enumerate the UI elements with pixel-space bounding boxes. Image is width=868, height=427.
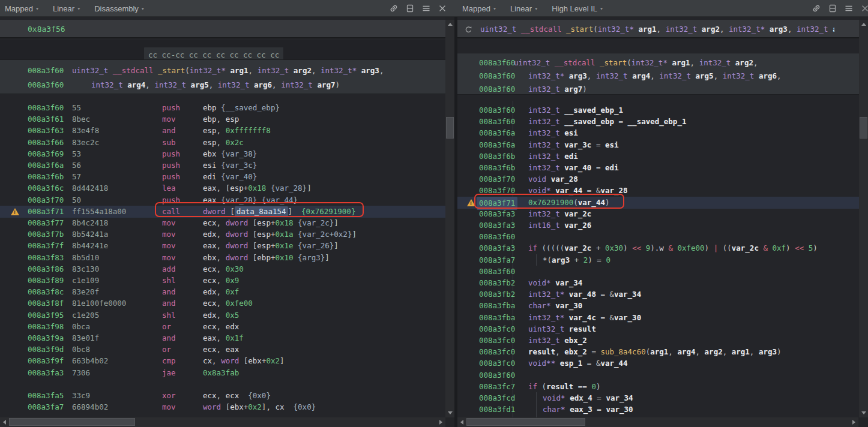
disasm-row[interactable]: 008a3f838b5d10movebx, dword [ebp+0x10 {a… xyxy=(0,252,445,264)
disasm-row[interactable]: 008a3f6055pushebp {__saved_ebp} xyxy=(0,102,445,114)
hlil-row[interactable]: 008a3fa3int16_t var_26 xyxy=(457,219,859,231)
hlil-row[interactable]: 008a3fc0int32_t ebx_2 xyxy=(457,335,859,347)
right-vertical-scrollbar-thumb[interactable] xyxy=(860,117,867,139)
token-pu: , xyxy=(217,391,226,400)
scope-guide-line xyxy=(536,254,537,266)
left-vertical-scrollbar-thumb[interactable] xyxy=(446,117,454,139)
disasm-row[interactable]: 008a3f9a83e01fandeax, 0x1f xyxy=(0,332,445,344)
split-icon[interactable] xyxy=(828,4,837,13)
right-vertical-scrollbar[interactable] xyxy=(859,20,868,417)
hlil-code: void* edx_4 = var_34 xyxy=(543,392,633,404)
hlil-row[interactable]: 008a3fc0uint32_t result xyxy=(457,323,859,335)
scroll-up-button[interactable] xyxy=(445,20,454,29)
linear-dropdown[interactable]: Linear▾ xyxy=(510,4,537,13)
disasm-row[interactable]: 008a3fa766894b02movword [ebx+0x2], cx {0… xyxy=(0,401,445,413)
left-horizontal-scrollbar[interactable] xyxy=(0,417,445,427)
hlil-row[interactable]: 008a3f6aint32_t esi xyxy=(457,127,859,139)
disasm-row[interactable]: 008a3f89c1e109shlecx, 0x9 xyxy=(0,275,445,287)
scroll-up-button[interactable] xyxy=(859,20,868,29)
hlil-row[interactable]: 008a3fc0result, ebx_2 = sub_8a4c60(arg1,… xyxy=(457,346,859,358)
hlil-row[interactable]: 008a3f60 xyxy=(457,369,859,381)
hlil-row[interactable]: 008a3fbaint32_t* var_4c = &var_30 xyxy=(457,312,859,324)
scroll-left-button[interactable] xyxy=(0,417,9,426)
hlil-row[interactable]: 008a3f70void var_28 xyxy=(457,173,859,185)
token-pu xyxy=(294,241,298,250)
disasm-row[interactable]: 008a3fa37306jae0x8a3fab xyxy=(0,367,445,379)
disasm-row[interactable]: 008a3f6a56pushesi {var_3c} xyxy=(0,160,445,172)
hlil-row[interactable]: 008a3fbachar* var_30 xyxy=(457,300,859,312)
hlil-row[interactable]: 008a3fb2int32_t* var_48 = &var_34 xyxy=(457,288,859,300)
menu-icon[interactable] xyxy=(844,4,854,13)
close-icon[interactable] xyxy=(860,4,868,13)
hlil-row[interactable]: 008a3f6bint32_t var_40 = edi xyxy=(457,162,859,174)
disasm-row[interactable]: 008a3f9d0bc8orecx, eax xyxy=(0,344,445,356)
hlil-row[interactable]: 008a3fa7*(arg3 + 2) = 0 xyxy=(457,254,859,266)
disasm-row[interactable]: 008a3f8c83e20fandedx, 0xf xyxy=(0,286,445,298)
operands: ebx {var_38} xyxy=(203,148,257,160)
token-pu xyxy=(217,103,222,112)
scroll-left-button[interactable] xyxy=(457,417,466,426)
hlil-row[interactable]: 008a3fa3int32_t var_2c xyxy=(457,208,859,220)
address: 008a3f69 xyxy=(28,148,64,160)
close-icon[interactable] xyxy=(438,4,447,13)
hlil-row[interactable]: 008a3fc0void** esp_1 = &var_44 xyxy=(457,357,859,369)
disasm-row[interactable]: 008a3f6383e4f8andesp, 0xfffffff8 xyxy=(0,125,445,137)
hlil-row[interactable]: 008a3f60 xyxy=(457,266,859,278)
token-ty: int32_t xyxy=(659,71,691,80)
hlil-row[interactable]: 008a3f6bint32_t edi xyxy=(457,151,859,163)
hlil-row[interactable]: 008a3f60int32_t __saved_ebp = __saved_eb… xyxy=(457,116,859,128)
scroll-right-button[interactable] xyxy=(849,417,858,426)
hlil-row[interactable]: 008a3fc7if (result == 0) xyxy=(457,381,859,393)
left-vertical-scrollbar[interactable] xyxy=(445,20,454,417)
disasm-row[interactable]: 008a3f980bcaorecx, edx xyxy=(0,321,445,333)
token-pu: , xyxy=(272,80,281,89)
token-ty: int32_t xyxy=(258,66,289,75)
mnemonic: push xyxy=(162,160,180,172)
left-horizontal-scrollbar-thumb[interactable] xyxy=(9,418,135,426)
token-va: arg6 xyxy=(759,71,777,80)
hlil-row[interactable]: 008a3f70void* var_44 = &var_28 xyxy=(457,185,859,197)
token-mn: __stdcall xyxy=(521,25,562,34)
high-level-il-dropdown[interactable]: High Level IL▾ xyxy=(552,4,603,13)
mnemonic: mov xyxy=(162,401,176,413)
disasm-row[interactable]: 008a3f95c1e205shledx, 0x5 xyxy=(0,309,445,321)
disasm-row[interactable]: 008a3f618becmovebp, esp xyxy=(0,113,445,125)
disasm-row[interactable]: 008a3f7050pusheax {var_28} {var_44} xyxy=(0,194,445,206)
split-icon[interactable] xyxy=(405,4,415,13)
disasm-row[interactable]: 008a3f8683c130addecx, 0x30 xyxy=(0,263,445,275)
right-horizontal-scrollbar-thumb[interactable] xyxy=(466,418,585,426)
disassembly-dropdown[interactable]: Disassembly▾ xyxy=(94,4,144,13)
token-re: ecx xyxy=(203,299,217,308)
hlil-row[interactable]: 008a3fcdvoid* edx_4 = var_34 xyxy=(457,392,859,404)
hlil-row[interactable]: 008a3f60 xyxy=(457,231,859,243)
link-icon[interactable] xyxy=(389,4,399,13)
hlil-row[interactable]: 008a3fa3if (((((var_2c + 0x30) << 9).w &… xyxy=(457,242,859,254)
disasm-row[interactable]: 008a3fa533c9xorecx, ecx {0x0} xyxy=(0,390,445,402)
disasm-row[interactable]: 008a3f6683ec2csubesp, 0x2c xyxy=(0,137,445,149)
sync-icon[interactable] xyxy=(463,25,473,34)
scroll-right-button[interactable] xyxy=(436,417,445,426)
hlil-row[interactable]: 008a3f60int32_t __saved_ebp_1 xyxy=(457,104,859,116)
mapped-dropdown[interactable]: Mapped▾ xyxy=(5,4,38,13)
disasm-row[interactable]: 008a3f7f8b44241emoveax, dword [esp+0x1e … xyxy=(0,240,445,252)
linear-dropdown[interactable]: Linear▾ xyxy=(53,4,80,13)
menu-icon[interactable] xyxy=(421,4,431,13)
disasm-row[interactable]: 008a3f71ff1554a18a00calldword [data_8aa1… xyxy=(0,206,445,218)
disasm-row[interactable]: 008a3f6b57pushedi {var_40} xyxy=(0,171,445,183)
hlil-row[interactable]: 008a3fd1char* eax_3 = var_30 xyxy=(457,404,859,416)
hlil-row[interactable]: 008a3fb2void* var_34 xyxy=(457,277,859,289)
hlil-row[interactable]: 008a3f6aint32_t var_3c = esi xyxy=(457,139,859,151)
mapped-dropdown[interactable]: Mapped▾ xyxy=(462,4,496,13)
disasm-row[interactable]: 008a3f8f81e100fe0000andecx, 0xfe00 xyxy=(0,297,445,309)
hlil-row[interactable]: 008a3f710x76291900(var_44) xyxy=(457,197,859,209)
disasm-row[interactable]: 008a3f778b4c2418movecx, dword [esp+0x18 … xyxy=(0,217,445,229)
link-icon[interactable] xyxy=(812,4,821,13)
disasm-row[interactable]: 008a3f7b8b54241amovedx, dword [esp+0x1a … xyxy=(0,228,445,240)
token-se[interactable]: data_8aa154 xyxy=(235,206,288,216)
disasm-row[interactable]: 008a3f6953pushebx {var_38} xyxy=(0,148,445,160)
right-horizontal-scrollbar[interactable] xyxy=(457,417,858,427)
disasm-row[interactable]: 008a3f9f663b4b02cmpcx, word [ebx+0x2] xyxy=(0,355,445,367)
scroll-down-button[interactable] xyxy=(445,408,454,417)
scroll-down-button[interactable] xyxy=(859,408,868,417)
disasm-row[interactable]: 008a3f6c8d442418leaeax, [esp+0x18 {var_2… xyxy=(0,182,445,194)
